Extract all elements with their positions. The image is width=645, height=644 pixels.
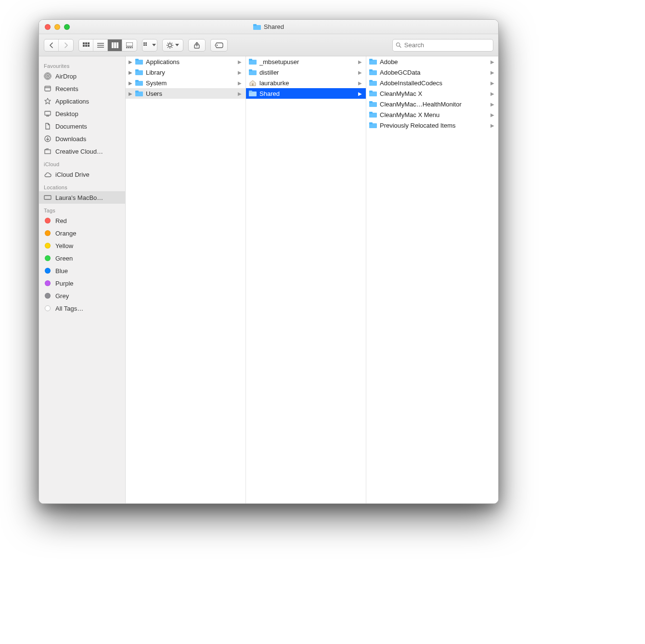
list-item[interactable]: AdobeInstalledCodecs ▶	[366, 78, 498, 88]
forward-button[interactable]	[59, 39, 73, 51]
view-list-button[interactable]	[93, 39, 108, 51]
list-item[interactable]: ▶ System ▶	[126, 78, 245, 88]
file-name: Library	[146, 69, 234, 76]
folder-icon	[135, 69, 143, 75]
folder-icon	[135, 80, 143, 86]
sidebar-item-recents-icon	[44, 85, 52, 92]
tags-button[interactable]	[210, 39, 228, 52]
close-button[interactable]	[45, 24, 51, 30]
zoom-button[interactable]	[64, 24, 70, 30]
group-by[interactable]	[142, 39, 157, 52]
tag-dot-icon	[44, 267, 52, 275]
sidebar-tag-purple[interactable]: Purple	[39, 277, 125, 289]
svg-point-31	[217, 44, 218, 45]
view-icon-button[interactable]	[79, 39, 93, 51]
nav-buttons	[44, 39, 74, 52]
folder-icon	[135, 91, 143, 96]
list-item[interactable]: ▶ Library ▶	[126, 67, 245, 78]
chevron-right-icon: ▶	[357, 91, 363, 96]
sidebar-item-airdrop-icon	[44, 72, 52, 80]
sidebar-tag-grey[interactable]: Grey	[39, 289, 125, 302]
list-item[interactable]: _mbsetupuser ▶	[246, 56, 366, 67]
action-menu[interactable]	[162, 39, 183, 52]
sidebar-tag-green[interactable]: Green	[39, 252, 125, 264]
sidebar-item-label: Purple	[55, 280, 74, 287]
svg-point-34	[47, 75, 49, 77]
chevron-right-icon: ▶	[357, 70, 363, 75]
file-name: _mbsetupuser	[259, 58, 354, 66]
back-button[interactable]	[44, 39, 59, 51]
tag-icon	[215, 42, 223, 48]
sidebar-item-creative-cloud-[interactable]: Creative Cloud…	[39, 145, 125, 158]
svg-line-28	[171, 43, 172, 44]
sidebar-item-device-icon	[44, 194, 52, 201]
chevron-right-icon: ▶	[237, 70, 243, 75]
list-item[interactable]: CleanMyMac X ▶	[366, 88, 498, 99]
sidebar-item-label: Creative Cloud…	[55, 148, 103, 155]
search-input[interactable]	[404, 41, 490, 49]
path-indicator-icon: ▶	[129, 59, 132, 65]
list-item[interactable]: ▶ Applications ▶	[126, 56, 245, 67]
svg-rect-9	[112, 42, 114, 48]
svg-rect-44	[252, 83, 254, 86]
chevron-right-icon: ▶	[237, 80, 243, 86]
view-gallery-button[interactable]	[122, 39, 137, 51]
sidebar-item-airdrop[interactable]: AirDrop	[39, 70, 125, 82]
svg-line-29	[168, 47, 168, 48]
list-item[interactable]: CleanMyMac X Menu ▶	[366, 109, 498, 120]
folder-icon	[135, 59, 143, 65]
svg-rect-2	[88, 42, 90, 44]
sidebar-item-documents[interactable]: Documents	[39, 120, 125, 132]
sidebar-item-desktop[interactable]: Desktop	[39, 107, 125, 120]
list-item[interactable]: Previously Relocated Items ▶	[366, 120, 498, 131]
sidebar-item-downloads-icon	[44, 135, 52, 143]
column-2[interactable]: Adobe ▶ AdobeGCData ▶ AdobeInstalledCode…	[366, 56, 498, 503]
sidebar-item-recents[interactable]: Recents	[39, 82, 125, 95]
column-0[interactable]: ▶ Applications ▶ ▶ Library ▶ ▶ System ▶ …	[126, 56, 246, 503]
home-icon	[249, 79, 257, 86]
path-indicator-icon: ▶	[129, 91, 132, 96]
list-item[interactable]: Shared ▶	[246, 88, 366, 99]
sidebar-heading-favourites: Favourites	[39, 59, 125, 70]
view-column-button[interactable]	[108, 39, 122, 51]
list-item[interactable]: lauraburke ▶	[246, 78, 366, 88]
sidebar-item-label: Downloads	[55, 135, 86, 143]
chevron-right-icon: ▶	[490, 91, 495, 96]
svg-rect-12	[126, 42, 133, 46]
svg-rect-1	[85, 42, 87, 44]
sidebar-tag-red[interactable]: Red	[39, 214, 125, 227]
column-1[interactable]: _mbsetupuser ▶ distiller ▶ lauraburke ▶ …	[246, 56, 366, 503]
sidebar-item-documents-icon	[44, 122, 52, 130]
sidebar-item-label: Yellow	[55, 242, 73, 250]
file-name: AdobeInstalledCodecs	[380, 79, 487, 87]
svg-line-27	[171, 47, 172, 48]
sidebar-item-applications[interactable]: Applications	[39, 95, 125, 107]
list-item[interactable]: CleanMyMac…HealthMonitor ▶	[366, 99, 498, 109]
sidebar-tag-orange[interactable]: Orange	[39, 227, 125, 239]
list-item[interactable]: distiller ▶	[246, 67, 366, 78]
list-item[interactable]: AdobeGCData ▶	[366, 67, 498, 78]
svg-point-32	[396, 43, 400, 46]
folder-icon	[249, 69, 257, 75]
titlebar[interactable]: Shared	[39, 20, 498, 34]
list-item[interactable]: Adobe ▶	[366, 56, 498, 67]
sidebar-item-downloads[interactable]: Downloads	[39, 132, 125, 145]
tag-dot-icon	[44, 292, 52, 300]
folder-icon	[369, 59, 377, 65]
toolbar	[39, 34, 498, 56]
sidebar-item-device[interactable]: Laura's MacBo…	[39, 191, 125, 204]
search-field[interactable]	[392, 39, 493, 52]
list-item[interactable]: ▶ Users ▶	[126, 88, 245, 99]
minimize-button[interactable]	[54, 24, 60, 30]
chevron-down-icon	[152, 44, 156, 46]
share-button[interactable]	[188, 39, 206, 52]
sidebar-item-icloud-drive[interactable]: iCloud Drive	[39, 168, 125, 181]
svg-rect-11	[116, 42, 118, 48]
tag-dot-icon	[44, 229, 52, 237]
sidebar-tag-all[interactable]: All Tags…	[39, 302, 125, 315]
file-name: Applications	[146, 58, 234, 66]
svg-rect-19	[143, 44, 145, 46]
sidebar-item-label: AirDrop	[55, 73, 77, 80]
sidebar-tag-blue[interactable]: Blue	[39, 264, 125, 277]
sidebar-tag-yellow[interactable]: Yellow	[39, 239, 125, 252]
